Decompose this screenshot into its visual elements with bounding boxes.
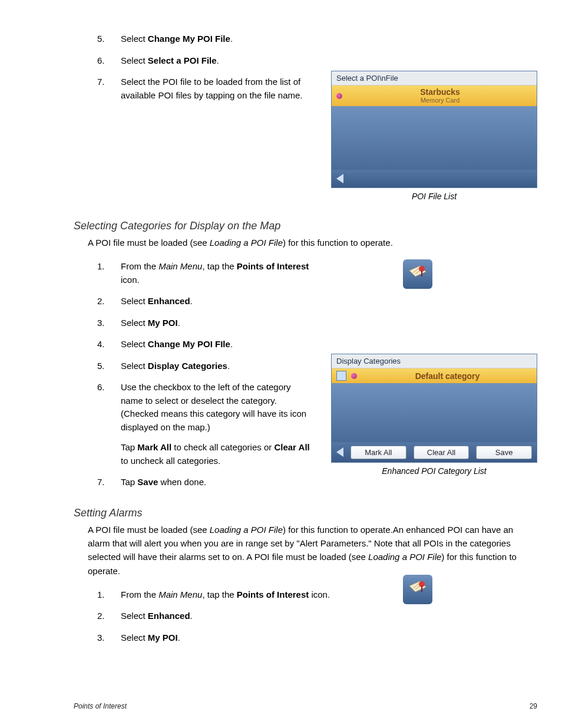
section-intro: A POI file must be loaded (see Loading a… bbox=[88, 236, 537, 249]
poi-window-title: Select a POI\nFile bbox=[332, 71, 537, 85]
poi-map-pin-icon bbox=[403, 575, 432, 604]
poi-dot-icon bbox=[336, 93, 342, 99]
page-footer: Points of Interest 29 bbox=[74, 702, 537, 710]
back-arrow-icon[interactable] bbox=[336, 447, 343, 457]
cat-step-7: 7. Tap Save when done. bbox=[74, 476, 537, 489]
alarms-steps-list: 1. From the Main Menu, tap the Points of… bbox=[74, 588, 537, 645]
section-setting-alarms: Setting Alarms A POI file must be loaded… bbox=[74, 507, 537, 645]
mark-all-button[interactable]: Mark All bbox=[351, 446, 406, 459]
cat-step-2: 2. Select Enhanced. bbox=[74, 295, 537, 308]
cat-step-1: 1. From the Main Menu, tap the Points of… bbox=[74, 260, 537, 286]
dc-caption: Enhanced POI Category List bbox=[331, 466, 537, 476]
alarm-step-1: 1. From the Main Menu, tap the Points of… bbox=[74, 588, 537, 602]
section-heading: Setting Alarms bbox=[74, 507, 537, 519]
section-heading: Selecting Categories for Display on the … bbox=[74, 220, 537, 232]
poi-file-caption: POI File List bbox=[331, 192, 537, 201]
step-7: 7. Select the POI file to be loaded from… bbox=[74, 75, 327, 102]
display-categories-window: Display Categories Default category Mark… bbox=[331, 354, 537, 463]
svg-rect-5 bbox=[421, 586, 422, 592]
save-button[interactable]: Save bbox=[476, 446, 532, 459]
step-text: Select the POI file to be loaded from th… bbox=[121, 75, 327, 102]
dc-checkbox[interactable] bbox=[336, 371, 346, 381]
dc-category-name: Default category bbox=[363, 371, 532, 381]
svg-rect-2 bbox=[421, 271, 422, 276]
dc-footer: Mark All Clear All Save bbox=[332, 442, 537, 462]
step-number: 5. bbox=[74, 32, 121, 46]
step-number: 6. bbox=[74, 54, 121, 68]
dc-category-row[interactable]: Default category bbox=[332, 368, 537, 383]
poi-file-row[interactable]: Starbucks Memory Card bbox=[332, 85, 537, 106]
alarm-step-2: 2. Select Enhanced. bbox=[74, 610, 537, 623]
step-number: 7. bbox=[74, 75, 121, 89]
cat-step-3: 3. Select My POI. bbox=[74, 317, 537, 330]
step-6: 6. Select Select a POI File. bbox=[74, 54, 327, 68]
back-arrow-icon[interactable] bbox=[336, 174, 343, 183]
poi-file-window: Select a POI\nFile Starbucks Memory Card bbox=[331, 71, 537, 188]
poi-footer bbox=[332, 170, 537, 187]
dc-window-title: Display Categories bbox=[332, 354, 537, 368]
poi-dot-icon bbox=[351, 373, 357, 379]
top-steps-list: 5. Select Change My POI File. 6. Select … bbox=[74, 32, 327, 102]
step-text: Select Change My POI File. bbox=[121, 32, 327, 46]
clear-all-button[interactable]: Clear All bbox=[414, 446, 470, 459]
alarms-intro: A POI file must be loaded (see Loading a… bbox=[88, 523, 537, 578]
footer-page-number: 29 bbox=[530, 702, 537, 710]
poi-list-body bbox=[332, 106, 537, 170]
cat-step-4: 4. Select Change My POI FIle. bbox=[74, 338, 537, 351]
poi-file-sub: Memory Card bbox=[348, 97, 532, 104]
poi-file-list-screenshot: Select a POI\nFile Starbucks Memory Card… bbox=[331, 71, 537, 201]
step-text: Select Select a POI File. bbox=[121, 54, 327, 68]
poi-map-pin-icon bbox=[403, 259, 432, 289]
dc-list-body bbox=[332, 383, 537, 442]
poi-file-name: Starbucks bbox=[348, 88, 532, 97]
alarm-step-3: 3. Select My POI. bbox=[74, 631, 537, 645]
footer-section: Points of Interest bbox=[74, 702, 127, 710]
display-categories-screenshot: Display Categories Default category Mark… bbox=[331, 354, 537, 476]
step-5: 5. Select Change My POI File. bbox=[74, 32, 327, 46]
